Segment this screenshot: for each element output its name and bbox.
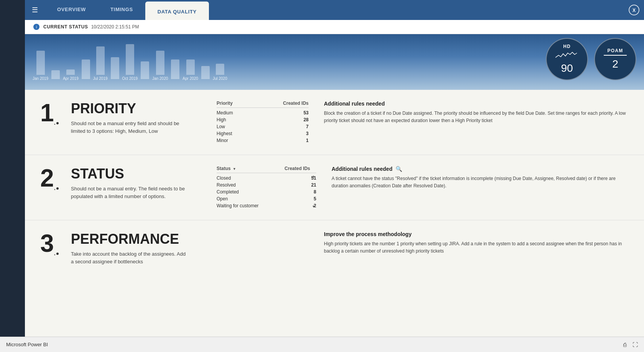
status-col1-header: Status ▼ [217,166,279,171]
kpi-hd-sparkline [555,51,578,61]
status-rules-text: A ticket cannot have the status "Resolve… [332,175,629,190]
status-table-scroll[interactable]: Closed51Resolved21Completed8Open5Waiting… [217,175,316,209]
chart-bar-group [51,70,60,81]
chart-bar [36,51,45,75]
priority-col2-header: Created IDs [278,101,309,106]
performance-title: PERFORMANCE [71,231,217,247]
chart-bar-group: Jul 2020 [213,64,227,81]
priority-rules: Additional rules needed Block the creati… [324,101,629,124]
priority-row-label: Medium [217,110,278,116]
chart-bar-group: Apr 2019 [63,69,79,81]
priority-rules-text: Block the creation of a ticket if no Due… [324,110,629,124]
table-row: Waiting for customer2 [217,202,316,209]
priority-title: PRIORITY [71,101,217,117]
status-col2-header: Created IDs [279,166,310,171]
status-label: CURRENT STATUS [43,24,88,30]
sidebar [0,0,25,337]
priority-row-label: Minor [217,138,278,143]
tab-overview-label: OVERVIEW [57,7,86,12]
priority-row-label: High [217,117,278,122]
priority-table-header: Priority Created IDs [217,101,309,108]
chart-bar [186,59,195,75]
chart-bar [216,64,224,75]
svg-text:X: X [632,8,636,13]
section-performance: 3. PERFORMANCE Take into account the bac… [25,220,644,276]
search-icon[interactable]: 🔍 [396,166,402,172]
svg-text:i: i [36,25,37,29]
kpi-poam: POAM 2 [594,38,636,80]
chart-label: Jan 2019 [33,76,48,81]
priority-rules-title: Additional rules needed [324,101,629,107]
chart-bar-group: Jan 2020 [152,51,168,81]
table-row: Medium53 [217,109,309,116]
tab-overview[interactable]: OVERVIEW [45,0,98,20]
section-priority-left: PRIORITY Should not be a manual entry fi… [71,101,217,135]
jira-logo: X [624,0,644,20]
chart-label: Jan 2020 [152,76,168,81]
hamburger-icon: ☰ [32,6,38,14]
tab-timings[interactable]: TIMINGS [98,0,145,20]
priority-col1-header: Priority [217,101,278,106]
expand-icon[interactable]: ⛶ [632,342,638,348]
status-row-label: Open [217,196,286,202]
priority-row-value: 1 [278,138,309,143]
kpi-hd-value: 90 [561,62,573,74]
status-rules-title: Additional rules needed 🔍 [332,166,629,172]
tab-data-quality[interactable]: DATA QUALITY [145,2,209,20]
chart-bar-group [201,66,210,81]
taskbar-actions: ⎙ ⛶ [623,342,638,348]
section-performance-left: PERFORMANCE Take into account the backlo… [71,231,217,265]
priority-row-label: Low [217,124,278,129]
chart-bar [51,70,60,79]
chart-bar [96,46,105,75]
share-icon[interactable]: ⎙ [623,342,626,348]
app-window: ☰ OVERVIEW TIMINGS DATA QUALITY X i CURR… [25,0,644,337]
kpi-hd: HD 90 [546,38,588,80]
status-time: 10/22/2020 2:15:51 PM [91,24,139,30]
status-row-label: Waiting for customer [217,203,286,208]
chart-label: Jul 2020 [213,76,227,81]
chart-bar [171,59,179,79]
table-row: Highest3 [217,130,309,137]
section-number-3: 3. [40,231,71,256]
chart-label: Apr 2020 [182,76,198,81]
chart-bar-group: Oct 2019 [122,44,138,81]
nav-bar: ☰ OVERVIEW TIMINGS DATA QUALITY X [25,0,644,20]
chart-bar [201,66,210,79]
sort-arrow-icon[interactable]: ▼ [233,167,236,171]
chart-bar [141,61,149,79]
section-status: 2. STATUS Should not be a manual entry. … [25,155,644,220]
section-status-left: STATUS Should not be a manual entry. The… [71,166,217,200]
kpi-poam-label: POAM [608,48,623,53]
taskbar: Microsoft Power BI ⎙ ⛶ [0,337,644,352]
chart-kpis: HD 90 POAM 2 [546,38,636,80]
priority-table: Priority Created IDs Medium53High28Low7H… [217,101,309,144]
status-rules-title-text: Additional rules needed [332,166,393,172]
tab-timings-label: TIMINGS [110,7,133,12]
chart-label: Apr 2019 [63,76,79,81]
status-table-header: Status ▼ Created IDs [217,166,316,173]
chart-label: Jul 2019 [93,76,108,81]
chart-bar-group [141,61,149,81]
priority-row-value: 7 [278,124,309,129]
chart-bar-group [111,57,119,81]
hamburger-button[interactable]: ☰ [25,0,45,20]
priority-row-value: 3 [278,131,309,136]
chart-area: Jan 2019Apr 2019Jul 2019Oct 2019Jan 2020… [25,34,644,90]
status-row-label: Resolved [217,182,286,188]
chart-bar-group: Apr 2020 [182,59,198,81]
performance-rules-title: Improve the process methodology [324,231,629,237]
taskbar-label: Microsoft Power BI [6,342,48,347]
performance-desc: Take into account the backlog of the ass… [71,250,186,265]
performance-rules: Improve the process methodology High pri… [324,231,629,255]
table-row: Low7 [217,123,309,130]
kpi-hd-label: HD [563,44,571,49]
performance-rules-text: High priority tickets are the number 1 p… [324,240,629,255]
status-table-wrap: Status ▼ Created IDs Closed51Resolved21C… [217,166,316,209]
scroll-up-icon[interactable]: ▲ [312,174,315,178]
chart-bar [82,59,90,79]
scrollbar[interactable]: ▲ ▼ [311,174,316,209]
status-rules: Additional rules needed 🔍 A ticket canno… [332,166,629,190]
scroll-down-icon[interactable]: ▼ [312,205,315,208]
status-row-label: Closed [217,175,286,181]
